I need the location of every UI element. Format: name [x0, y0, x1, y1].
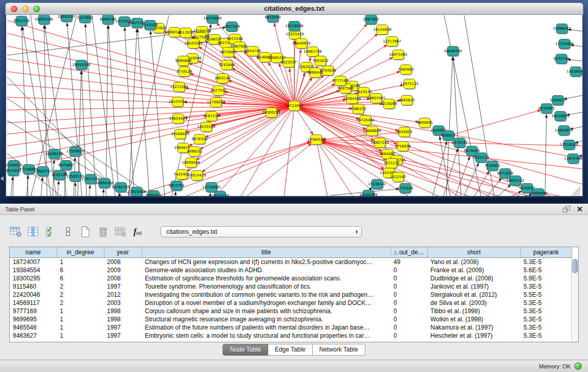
- graph-node[interactable]: 9875685: [220, 48, 236, 58]
- table-cell[interactable]: 0: [390, 332, 427, 340]
- network-graph[interactable]: 1872400719384554183002957963822886012889…: [6, 15, 582, 196]
- table-cell[interactable]: 14569117: [10, 299, 57, 307]
- table-cell[interactable]: 0: [390, 315, 427, 323]
- graph-edge-red[interactable]: [215, 110, 291, 196]
- table-cell[interactable]: 5.5E-5: [520, 291, 572, 299]
- table-cell[interactable]: Nakamura et al. (1997): [427, 323, 520, 332]
- table-cell[interactable]: 0: [390, 291, 427, 299]
- table-cell[interactable]: 2003: [104, 299, 142, 307]
- table-cell[interactable]: Dudbridge et al. (2008): [427, 274, 520, 282]
- graph-node[interactable]: 9463627: [399, 96, 415, 106]
- close-button[interactable]: [11, 6, 17, 12]
- table-cell[interactable]: 9115460: [10, 282, 57, 291]
- table-cell[interactable]: 5.9E-5: [520, 274, 572, 282]
- graph-edge-red[interactable]: [198, 61, 289, 104]
- graph-node[interactable]: 1527602: [77, 15, 93, 24]
- table-cell[interactable]: 0: [390, 299, 427, 307]
- tab-network-table[interactable]: Network Table: [313, 344, 365, 356]
- graph-node[interactable]: 8322037: [280, 58, 296, 69]
- table-cell[interactable]: 18724007: [10, 258, 57, 267]
- graph-node[interactable]: 15692971: [555, 126, 573, 137]
- graph-node[interactable]: 7386372: [350, 104, 366, 115]
- table-cell[interactable]: 1: [57, 307, 104, 315]
- graph-edge-black[interactable]: [106, 25, 108, 196]
- table-row[interactable]: 1830029562008Estimation of significance …: [10, 274, 572, 282]
- table-cell[interactable]: 19384554: [10, 266, 57, 274]
- table-cell[interactable]: 9777169: [10, 307, 57, 315]
- graph-edge-red[interactable]: [7, 59, 289, 105]
- graph-node[interactable]: 9654923: [396, 127, 412, 138]
- network-window-titlebar[interactable]: citations_edges.txt: [5, 3, 583, 15]
- graph-edge-red[interactable]: [188, 63, 289, 104]
- table-cell[interactable]: 49: [390, 258, 427, 267]
- graph-node[interactable]: 9756928: [395, 142, 410, 152]
- table-cell[interactable]: 1997: [104, 323, 142, 332]
- graph-node[interactable]: 16033809: [203, 15, 222, 24]
- table-cell[interactable]: 0: [390, 307, 427, 315]
- column-header-short[interactable]: short: [427, 247, 520, 258]
- table-cell[interactable]: Stergiakouli et al. (2012): [427, 291, 520, 299]
- table-cell[interactable]: Wolkin et al. (1998): [427, 315, 520, 323]
- graph-node[interactable]: 15998412: [553, 24, 571, 35]
- graph-node[interactable]: 19218506: [285, 21, 303, 32]
- graph-node[interactable]: 1733426: [397, 184, 413, 194]
- table-cell[interactable]: 5.3E-5: [520, 282, 572, 291]
- table-cell[interactable]: de Silva et al. (2003): [427, 299, 520, 307]
- table-cell[interactable]: 2: [57, 299, 104, 307]
- tab-node-table[interactable]: Node Table: [223, 344, 268, 356]
- table-cell[interactable]: 2008: [104, 274, 142, 282]
- table-cell[interactable]: 2: [57, 291, 104, 299]
- graph-edge-black[interactable]: [444, 15, 481, 196]
- table-cell[interactable]: 0: [390, 323, 427, 332]
- graph-node[interactable]: 2522547: [390, 172, 406, 183]
- table-selector-dropdown[interactable]: citations_edges.txt ▲▼: [161, 226, 362, 237]
- graph-node[interactable]: 6466160: [100, 15, 116, 25]
- graph-node[interactable]: 17359928: [66, 147, 84, 158]
- graph-node[interactable]: 7515526: [142, 20, 158, 31]
- panel-collapse-arrow-icon[interactable]: [1, 176, 4, 181]
- table-cell[interactable]: 2008: [104, 258, 142, 267]
- graph-node[interactable]: 7632621: [484, 161, 500, 172]
- table-cell[interactable]: Tourette syndrome. Phenomenology and cla…: [142, 282, 390, 291]
- resize-grip-icon[interactable]: [572, 187, 580, 195]
- graph-node[interactable]: 14535594: [197, 122, 215, 133]
- graph-node[interactable]: 16210643: [551, 112, 570, 122]
- network-window[interactable]: citations_edges.txt 18724007193845541830…: [5, 3, 583, 198]
- table-row[interactable]: 946362711997Embryonic stem cells: a mode…: [10, 332, 572, 340]
- table-cell[interactable]: Disruption of a novel member of a sodium…: [142, 299, 390, 307]
- function-builder-icon[interactable]: f(x): [131, 225, 144, 238]
- table-row[interactable]: 911546021997Tourette syndrome. Phenomeno…: [10, 282, 572, 291]
- cell-layout-icon[interactable]: [61, 225, 75, 238]
- graph-node[interactable]: 9355724: [13, 16, 30, 27]
- graph-edge-red[interactable]: [317, 145, 328, 196]
- graph-node[interactable]: 1615132: [383, 159, 399, 169]
- column-chooser-icon[interactable]: [27, 225, 40, 238]
- table-row[interactable]: 969969511998Structural magnetic resonanc…: [10, 315, 572, 323]
- zoom-button[interactable]: [33, 6, 40, 12]
- table-cell[interactable]: Genome-wide association studies in ADHD.: [142, 266, 390, 274]
- table-cell[interactable]: 0: [390, 274, 427, 282]
- graph-node[interactable]: 9878354: [191, 135, 208, 145]
- graph-node[interactable]: 8813054: [265, 15, 281, 23]
- graph-edge-red[interactable]: [7, 33, 289, 104]
- table-cell[interactable]: 1: [57, 315, 104, 323]
- graph-node[interactable]: 938923: [442, 131, 455, 142]
- table-cell[interactable]: 1998: [104, 307, 142, 315]
- table-cell[interactable]: Estimation of the future numbers of pati…: [142, 323, 390, 332]
- table-row[interactable]: 2242004622012Investigating the contribut…: [10, 291, 572, 299]
- graph-node[interactable]: 6216099: [381, 99, 397, 110]
- graph-node[interactable]: 17016504: [560, 140, 578, 151]
- table-cell[interactable]: 5.3E-5: [520, 307, 572, 315]
- table-cell[interactable]: Hescheler et al. (1997): [427, 332, 520, 340]
- column-header-year[interactable]: year: [104, 247, 142, 258]
- table-cell[interactable]: 6: [57, 274, 104, 282]
- graph-node[interactable]: 10973493: [389, 50, 407, 61]
- graph-node[interactable]: 7857224: [224, 22, 240, 33]
- table-cell[interactable]: 5.3E-5: [520, 299, 572, 307]
- graph-edge-black[interactable]: [453, 57, 461, 196]
- graph-edge-red[interactable]: [300, 107, 399, 131]
- table-cell[interactable]: 2012: [104, 291, 142, 299]
- table-cell[interactable]: 5.3E-5: [520, 258, 572, 267]
- graph-edge-red[interactable]: [284, 112, 294, 196]
- table-cell[interactable]: 5.6E-5: [520, 266, 572, 274]
